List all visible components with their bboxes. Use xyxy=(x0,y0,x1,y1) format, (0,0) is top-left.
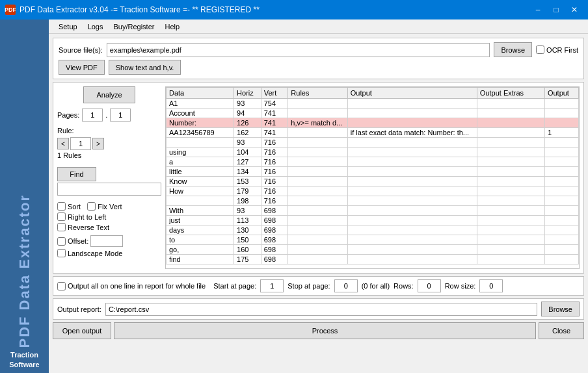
reverse-text-label: Reverse Text xyxy=(57,223,161,231)
menu-bar: File Batch Setup Logs Buy/Register Help xyxy=(0,19,588,34)
page-from-input[interactable] xyxy=(82,109,103,122)
col-horiz: Horiz xyxy=(234,88,261,99)
output-report-label: Output report: xyxy=(57,305,101,313)
table-row[interactable]: 93716 xyxy=(167,138,579,148)
menu-buy-register[interactable]: Buy/Register xyxy=(108,21,159,32)
process-button[interactable]: Process xyxy=(114,322,536,339)
title-bar: PDF PDF Data Extractor v3.04 -= Traction… xyxy=(0,0,588,19)
col-output2: Output xyxy=(544,88,578,99)
col-output: Output xyxy=(347,88,477,99)
ocr-first-label: OCR First xyxy=(536,45,578,54)
close-button-main[interactable]: Close xyxy=(539,322,584,339)
stop-page-hint: (0 for all) xyxy=(362,282,390,290)
table-row[interactable]: just113698 xyxy=(167,216,579,225)
table-row[interactable]: find175698 xyxy=(167,255,579,264)
col-vert: Vert xyxy=(261,88,288,99)
table-row[interactable]: a127716 xyxy=(167,157,579,167)
offset-label: Offset: xyxy=(57,237,88,246)
window-controls: – □ ✕ xyxy=(529,3,583,17)
page-to-input[interactable] xyxy=(110,109,131,122)
right-to-left-label: Right to Left xyxy=(57,212,161,221)
data-table: Data Horiz Vert Rules Output Output Extr… xyxy=(166,87,579,264)
table-row[interactable]: AA123456789162741if last exact data matc… xyxy=(167,128,579,138)
table-row[interactable]: Account94741 xyxy=(167,109,579,118)
fix-vert-checkbox-label: Fix Vert xyxy=(87,202,122,211)
col-output-extras: Output Extras xyxy=(477,88,544,99)
table-row[interactable]: How179716 xyxy=(167,186,579,196)
sort-checkbox[interactable] xyxy=(57,202,66,211)
brand-vertical-text: PDF Data Extractor xyxy=(16,194,33,348)
open-output-button[interactable]: Open output xyxy=(53,322,111,339)
left-panel: Analyze Pages: . Rule: < > 1 Rules Find xyxy=(57,86,161,269)
sidebar-brand: PDF Data Extractor Traction Software xyxy=(0,19,49,373)
menu-logs[interactable]: Logs xyxy=(83,21,109,32)
fix-vert-checkbox[interactable] xyxy=(87,202,96,211)
start-page-label: Start at page: xyxy=(213,282,256,290)
offset-input[interactable] xyxy=(90,235,123,247)
find-button[interactable]: Find xyxy=(57,167,96,181)
browse-output-button[interactable]: Browse xyxy=(541,302,580,316)
reverse-text-checkbox[interactable] xyxy=(57,223,66,231)
data-table-container[interactable]: Data Horiz Vert Rules Output Output Extr… xyxy=(165,86,580,269)
minimize-button[interactable]: – xyxy=(529,3,546,17)
start-page-input[interactable] xyxy=(260,279,284,292)
browse-source-button[interactable]: Browse xyxy=(494,42,532,57)
landscape-checkbox[interactable] xyxy=(57,249,66,257)
output-all-checkbox[interactable] xyxy=(57,282,66,290)
sort-checkbox-label: Sort xyxy=(57,202,81,211)
source-label: Source file(s): xyxy=(59,46,103,54)
analyze-button[interactable]: Analyze xyxy=(83,86,135,103)
app-icon: PDF xyxy=(5,5,16,15)
right-to-left-checkbox[interactable] xyxy=(57,212,66,221)
find-input[interactable] xyxy=(57,183,161,196)
action-row: Open output Process Close xyxy=(53,322,584,339)
table-row[interactable]: A193754 xyxy=(167,99,579,109)
rule-next-button[interactable]: > xyxy=(92,138,104,149)
table-row[interactable]: little134716 xyxy=(167,167,579,177)
table-row[interactable]: to150698 xyxy=(167,235,579,245)
rule-prev-button[interactable]: < xyxy=(57,138,69,149)
stop-page-input[interactable] xyxy=(334,279,358,292)
row-size-input[interactable] xyxy=(479,279,503,292)
row-size-label: Row size: xyxy=(445,282,476,290)
ocr-first-checkbox[interactable] xyxy=(536,45,544,54)
rules-count: 1 Rules xyxy=(57,151,161,159)
page-sep: . xyxy=(105,111,107,119)
rows-label: Rows: xyxy=(394,282,414,290)
view-pdf-button[interactable]: View PDF xyxy=(59,60,105,75)
source-file-input[interactable] xyxy=(107,43,490,57)
rule-input[interactable] xyxy=(70,137,91,150)
col-data: Data xyxy=(167,88,234,99)
table-row[interactable]: days130698 xyxy=(167,225,579,235)
table-row[interactable]: Number:126741h,v>= match d... xyxy=(167,118,579,128)
rows-input[interactable] xyxy=(418,279,441,292)
brand-company: Traction Software xyxy=(9,350,39,369)
app-title: PDF Data Extractor v3.04 -= Traction Sof… xyxy=(20,5,260,14)
show-text-button[interactable]: Show text and h,v. xyxy=(109,60,181,75)
table-row[interactable]: With93698 xyxy=(167,206,579,216)
table-row[interactable]: Know153716 xyxy=(167,177,579,186)
close-button[interactable]: ✕ xyxy=(566,3,583,17)
offset-checkbox[interactable] xyxy=(57,237,66,246)
table-row[interactable]: using104716 xyxy=(167,148,579,157)
landscape-label: Landscape Mode xyxy=(57,249,161,257)
menu-setup[interactable]: Setup xyxy=(53,21,83,32)
output-report-input[interactable] xyxy=(105,303,537,316)
output-all-label: Output all on one line in report for who… xyxy=(57,282,206,290)
table-row[interactable]: go,160698 xyxy=(167,245,579,255)
table-row[interactable]: 198716 xyxy=(167,196,579,206)
pages-label: Pages: xyxy=(57,111,79,119)
rule-label: Rule: xyxy=(57,127,161,135)
maximize-button[interactable]: □ xyxy=(548,3,565,17)
stop-page-label: Stop at page: xyxy=(287,282,330,290)
menu-help[interactable]: Help xyxy=(159,21,185,32)
col-rules: Rules xyxy=(288,88,347,99)
